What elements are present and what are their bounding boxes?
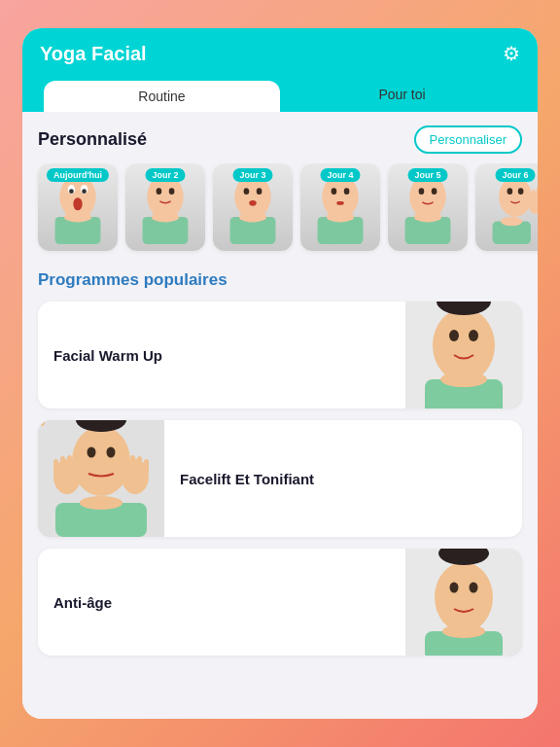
- svg-point-17: [257, 188, 262, 195]
- day-card-2[interactable]: Jour 2: [125, 163, 205, 251]
- gear-icon[interactable]: ⚙: [503, 42, 520, 65]
- svg-rect-66: [123, 457, 128, 471]
- svg-point-37: [518, 188, 524, 195]
- tab-routine[interactable]: Routine: [44, 81, 280, 112]
- svg-point-53: [72, 426, 130, 496]
- svg-point-34: [414, 211, 441, 222]
- header: Yoga Facial ⚙ Routine Pour toi: [22, 28, 538, 112]
- svg-point-49: [469, 330, 478, 341]
- tab-pour-toi[interactable]: Pour toi: [284, 77, 520, 112]
- program-label-facelift: Facelift Et Tonifiant: [164, 455, 522, 503]
- svg-point-14: [152, 211, 179, 222]
- svg-rect-67: [130, 455, 135, 470]
- program-card-antiage[interactable]: Anti-âge: [38, 549, 522, 656]
- app-container: Yoga Facial ⚙ Routine Pour toi Personnal…: [22, 28, 538, 719]
- day-badge-4: Jour 4: [320, 168, 360, 182]
- program-label-warmup: Facial Warm Up: [38, 332, 405, 379]
- program-image-facelift: [38, 420, 164, 537]
- personnaliser-button[interactable]: Personnaliser: [414, 125, 523, 154]
- svg-point-5: [73, 197, 82, 210]
- svg-point-55: [88, 447, 96, 458]
- days-scroll: Aujourd'hui Jour 2: [22, 163, 538, 265]
- programs-section: Programmes populaires Facial Warm Up: [22, 265, 538, 656]
- svg-point-23: [332, 188, 337, 195]
- face-warmup: [405, 302, 522, 409]
- svg-rect-62: [53, 459, 58, 473]
- svg-point-4: [82, 189, 87, 194]
- svg-point-18: [249, 200, 257, 206]
- program-image-antiage: [405, 549, 522, 656]
- day-card-3[interactable]: Jour 3: [213, 163, 293, 251]
- svg-point-56: [107, 447, 116, 458]
- svg-point-46: [433, 308, 495, 382]
- svg-rect-69: [144, 459, 149, 473]
- svg-point-16: [244, 188, 250, 195]
- svg-point-61: [80, 496, 122, 510]
- day-card-1[interactable]: Aujourd'hui: [38, 163, 118, 251]
- svg-point-48: [449, 330, 459, 341]
- personnalise-header: Personnalisé Personnaliser: [22, 112, 538, 163]
- svg-point-76: [442, 624, 485, 638]
- svg-point-71: [435, 562, 493, 632]
- tab-bar: Routine Pour toi: [40, 77, 520, 112]
- program-label-antiage: Anti-âge: [38, 579, 405, 626]
- day-badge-3: Jour 3: [232, 168, 272, 182]
- face-antiage: [405, 549, 522, 656]
- svg-rect-68: [137, 456, 142, 471]
- header-top: Yoga Facial ⚙: [40, 42, 520, 65]
- program-image-warmup: [405, 302, 522, 409]
- svg-point-3: [69, 189, 74, 194]
- svg-rect-41: [537, 187, 538, 198]
- svg-point-44: [501, 216, 523, 225]
- svg-point-73: [450, 583, 459, 593]
- svg-rect-64: [67, 455, 72, 470]
- svg-point-51: [440, 372, 487, 387]
- svg-rect-65: [74, 457, 79, 471]
- svg-rect-63: [60, 456, 65, 471]
- face-facelift: [38, 420, 164, 537]
- svg-point-30: [419, 188, 425, 195]
- personnalise-title: Personnalisé: [38, 129, 147, 150]
- program-card-facelift[interactable]: Facelift Et Tonifiant: [38, 420, 522, 537]
- day-badge-5: Jour 5: [407, 168, 447, 182]
- svg-point-28: [327, 211, 354, 222]
- day-badge-1: Aujourd'hui: [47, 168, 109, 182]
- svg-point-31: [432, 188, 438, 195]
- svg-point-35: [499, 176, 532, 216]
- svg-point-24: [344, 188, 350, 195]
- day-card-5[interactable]: Jour 5: [388, 163, 468, 251]
- program-card-warmup[interactable]: Facial Warm Up: [38, 302, 522, 409]
- day-card-6[interactable]: Jour 6: [475, 163, 538, 251]
- svg-point-10: [157, 188, 162, 195]
- svg-point-74: [470, 583, 478, 593]
- programs-title: Programmes populaires: [38, 270, 522, 290]
- app-title: Yoga Facial: [40, 43, 147, 65]
- svg-point-11: [169, 188, 175, 195]
- day-card-4[interactable]: Jour 4: [300, 163, 380, 251]
- day-badge-2: Jour 2: [145, 168, 185, 182]
- svg-rect-25: [336, 200, 344, 204]
- svg-rect-40: [532, 189, 536, 199]
- svg-point-8: [64, 211, 91, 222]
- svg-point-21: [239, 211, 266, 222]
- main-content: Personnalisé Personnaliser: [22, 112, 538, 719]
- day-badge-6: Jour 6: [495, 168, 535, 182]
- svg-point-36: [508, 188, 513, 195]
